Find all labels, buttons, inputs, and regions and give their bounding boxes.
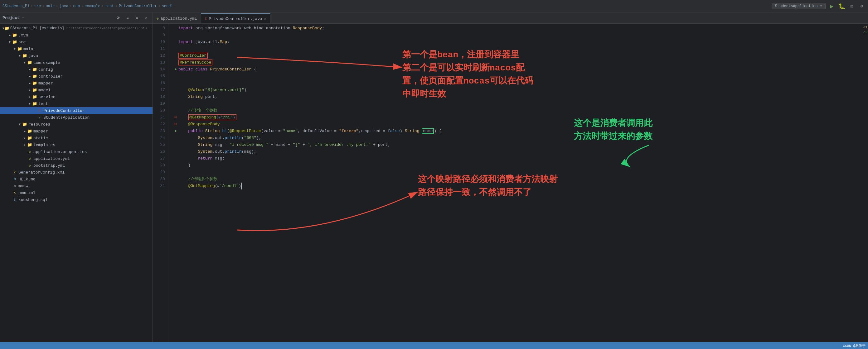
collapse-icon[interactable]: ≡ <box>124 14 131 22</box>
tab-close-button[interactable]: ✕ <box>264 17 266 21</box>
code-line-15 <box>173 73 864 80</box>
tree-item-static[interactable]: ▶ 📁 static <box>0 135 153 141</box>
code-line-20: //传输一个参数 <box>173 107 864 114</box>
line-numbers: 8 9 10 11 12 13 14 15 16 17 18 19 20 21 … <box>153 24 168 342</box>
breadcrumb-item: example <box>85 4 100 8</box>
top-bar-right: StudentsApplication ▾ ▶ 🐛 ☑ ⚙ <box>772 2 866 10</box>
code-line-27: return msg; <box>173 155 864 162</box>
tab-label: application.yml <box>161 16 197 21</box>
watermark: CSDN @君依于 <box>843 343 866 348</box>
code-line-11 <box>173 45 864 53</box>
main-layout: Project ▾ ⟳ ≡ ⚙ ✕ ▼ 📁 CStudents_P1 [cstu… <box>0 12 868 342</box>
sidebar-toolbar: Project ▾ ⟳ ≡ ⚙ ✕ <box>0 12 153 24</box>
tree-item-controller[interactable]: ▶ 📁 controller <box>0 73 153 80</box>
tree-item-resources[interactable]: ▼ 📁 resources <box>0 121 153 128</box>
breadcrumb-item: java <box>59 4 68 8</box>
code-line-28: } <box>173 162 864 169</box>
code-line-18: String port; <box>173 94 864 100</box>
breadcrumb-item: PrivodeController <box>119 4 157 8</box>
code-line-13: @RefreshScope <box>173 59 864 66</box>
code-line-19 <box>173 100 864 107</box>
code-line-10: import java.util.Map; <box>173 39 864 45</box>
tree-item-com-example[interactable]: ▼ 📁 com.example <box>0 59 153 66</box>
tree-item-mvnw[interactable]: m mvnw <box>0 183 153 189</box>
breadcrumb-item: src <box>34 4 41 8</box>
tree-item-privode-controller[interactable]: C PrivodeController <box>0 107 153 114</box>
code-line-22: ⊙ @ResponseBody <box>173 121 864 128</box>
tree-item-cstudents[interactable]: ▼ 📁 CStudents_P1 [cstudents] E:\test\cst… <box>0 25 153 32</box>
breadcrumb-item: CStudents_P1 <box>2 4 29 8</box>
sidebar-icons: ⟳ ≡ ⚙ ✕ <box>115 14 150 22</box>
code-line-9 <box>173 32 864 39</box>
scrollbar-area: ⚠1 ✓2 <box>864 24 868 342</box>
tree-item-service[interactable]: ▶ 📁 service <box>0 94 153 100</box>
code-line-26: System.out.println(msg); <box>173 148 864 155</box>
editor-area: ⚙ application.yml C PrivodeController.ja… <box>153 12 868 342</box>
tree-item-model[interactable]: ▶ 📁 model <box>0 86 153 94</box>
code-line-12: @Controller <box>173 53 864 59</box>
tree-item-templates[interactable]: ▶ 📁 templates <box>0 141 153 148</box>
sync-icon[interactable]: ⟳ <box>115 14 122 22</box>
top-bar: CStudents_P1 › src › main › java › com ›… <box>0 0 868 12</box>
code-line-23: ● public String hi(@RequestParam(value =… <box>173 128 864 135</box>
code-editor: 8 9 10 11 12 13 14 15 16 17 18 19 20 21 … <box>153 24 868 342</box>
breadcrumb-item: send1 <box>162 4 173 8</box>
debug-button[interactable]: 🐛 <box>838 2 845 10</box>
settings-icon[interactable]: ⚙ <box>133 14 141 22</box>
tree-item-pom[interactable]: X pom.xml <box>0 189 153 196</box>
gutter-23: ● <box>173 128 178 135</box>
code-line-16 <box>173 80 864 86</box>
code-line-21: ⊙ @GetMapping(☯"/hi") <box>173 114 864 121</box>
project-tree: ▼ 📁 CStudents_P1 [cstudents] E:\test\cst… <box>0 24 153 342</box>
success-indicator: ✓2 <box>863 30 867 34</box>
breadcrumb-item: main <box>45 4 55 8</box>
tree-item-mapper2[interactable]: ▶ 📁 mapper <box>0 128 153 135</box>
tree-item-generator-xml[interactable]: X GeneratorConfig.xml <box>0 169 153 176</box>
tree-item-bootstrap-yml[interactable]: ⚙ bootstrap.yml <box>0 162 153 169</box>
settings-icon[interactable]: ⚙ <box>858 2 866 10</box>
tree-item-main[interactable]: ▼ 📁 main <box>0 45 153 53</box>
tab-privode-controller[interactable]: C PrivodeController.java ✕ <box>201 13 271 23</box>
run-button[interactable]: ▶ <box>828 2 836 10</box>
tree-item-test[interactable]: ▼ 📁 test <box>0 100 153 107</box>
code-line-31: @GetMapping(☯"/send1") <box>173 183 864 189</box>
code-line-14: ● public class PrivodeController { <box>173 66 864 73</box>
code-line-17: @Value("${server.port}") <box>173 86 864 94</box>
tab-application-yml[interactable]: ⚙ application.yml <box>153 13 201 23</box>
code-line-30: //传输多个参数 <box>173 176 864 183</box>
code-line-25: String msg = "I receive msg " + name + "… <box>173 141 864 148</box>
tab-label: PrivodeController.java <box>209 16 262 21</box>
tree-item-xuesheng[interactable]: S xuesheng.sql <box>0 196 153 203</box>
run-config-selector[interactable]: StudentsApplication ▾ <box>772 3 826 9</box>
gutter-21: ⊙ <box>173 114 178 121</box>
code-line-24: System.out.println("666"); <box>173 135 864 141</box>
tree-item-app-props[interactable]: ⚙ application.properties <box>0 148 153 155</box>
code-content[interactable]: import org.springframework.web.bind.anno… <box>168 24 864 342</box>
tree-item-mapper[interactable]: ▶ 📁 mapper <box>0 80 153 86</box>
tree-item-mvn[interactable]: ▶ 📁 .mvn <box>0 32 153 39</box>
close-icon[interactable]: ✕ <box>143 14 150 22</box>
breadcrumb-item: test <box>105 4 114 8</box>
status-bar: CSDN @君依于 <box>0 342 868 349</box>
breadcrumb: CStudents_P1 › src › main › java › com ›… <box>2 4 173 8</box>
warning-indicator: ⚠1 <box>863 25 867 29</box>
tree-item-java[interactable]: ▼ 📁 java <box>0 53 153 59</box>
sidebar-title: Project <box>2 15 20 20</box>
code-line-29 <box>173 169 864 176</box>
tree-item-students-application[interactable]: ⚡ StudentsApplication <box>0 114 153 121</box>
project-sidebar: Project ▾ ⟳ ≡ ⚙ ✕ ▼ 📁 CStudents_P1 [cstu… <box>0 12 153 342</box>
tree-item-help[interactable]: M HELP.md <box>0 176 153 183</box>
tree-item-config[interactable]: ▶ 📁 config <box>0 66 153 73</box>
coverage-button[interactable]: ☑ <box>848 2 856 10</box>
gutter-22: ⊙ <box>173 121 178 128</box>
tab-bar: ⚙ application.yml C PrivodeController.ja… <box>153 12 868 24</box>
code-line-8: import org.springframework.web.bind.anno… <box>173 25 864 32</box>
breadcrumb-item: com <box>73 4 80 8</box>
tree-item-src[interactable]: ▼ 📁 src <box>0 39 153 45</box>
gutter-14: ● <box>173 66 178 73</box>
tree-item-app-yml[interactable]: ⚙ application.yml <box>0 155 153 162</box>
